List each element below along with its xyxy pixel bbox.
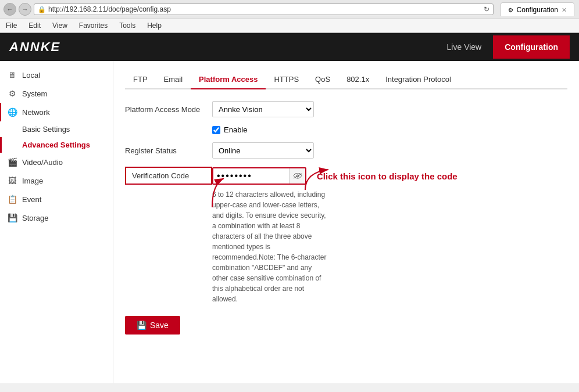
sidebar-label-network: Network — [22, 108, 50, 117]
verification-code-input[interactable] — [213, 168, 289, 184]
image-icon: 🖼 — [7, 176, 17, 185]
tab-favicon: ⚙ — [508, 7, 513, 13]
sidebar-label-system: System — [22, 89, 47, 98]
tab-bar-nav: FTP Email Platform Access HTTPS QoS 802.… — [125, 70, 567, 89]
save-label: Save — [150, 321, 169, 330]
register-status-row: Register Status Online Offline — [125, 142, 567, 159]
address-bar[interactable]: 🔒 http://192.168.2.11/doc/page/config.as… — [34, 3, 494, 15]
enable-label: Enable — [224, 125, 247, 134]
storage-icon: 💾 — [7, 213, 17, 222]
tab-platform-access[interactable]: Platform Access — [191, 70, 266, 89]
tab-qos[interactable]: QoS — [307, 70, 338, 89]
verification-code-control — [212, 167, 306, 185]
tab-close-button[interactable]: ✕ — [562, 6, 567, 14]
tab-ftp[interactable]: FTP — [125, 70, 156, 89]
menu-edit[interactable]: Edit — [26, 20, 43, 31]
enable-row: Enable — [212, 125, 567, 134]
sidebar-item-event[interactable]: 📋 Event — [0, 190, 113, 208]
menu-favorites[interactable]: Favorites — [77, 20, 110, 31]
enable-checkbox[interactable] — [212, 126, 220, 134]
refresh-icon[interactable]: ↻ — [484, 5, 489, 13]
app-header: ANNKE Live View Configuration — [0, 33, 579, 61]
lock-icon: 🔒 — [38, 6, 46, 13]
description-text: 6 to 12 characters allowed, including up… — [212, 189, 328, 304]
sidebar-label-event: Event — [22, 195, 41, 204]
tab-https[interactable]: HTTPS — [266, 70, 307, 89]
platform-access-mode-select[interactable]: Annke Vision ISAPI Hik-Connect — [212, 101, 314, 117]
sidebar-label-video-audio: Video/Audio — [22, 158, 63, 167]
sidebar-label-basic-settings: Basic Settings — [22, 125, 70, 134]
local-icon: 🖥 — [7, 70, 17, 80]
browser-chrome: ← → 🔒 http://192.168.2.11/doc/page/confi… — [0, 0, 579, 33]
click-annotation-text: Click this icon to display the code — [317, 171, 458, 181]
sidebar-label-storage: Storage — [22, 214, 49, 222]
system-icon: ⚙ — [7, 89, 17, 98]
nav-configuration[interactable]: Configuration — [493, 35, 570, 59]
url-text: http://192.168.2.11/doc/page/config.asp — [48, 5, 481, 13]
sidebar-item-storage[interactable]: 💾 Storage — [0, 208, 113, 227]
nav-live-view[interactable]: Live View — [435, 35, 494, 59]
password-field — [212, 167, 306, 185]
tab-integration-protocol[interactable]: Integration Protocol — [377, 70, 459, 89]
verification-code-label: Verification Code — [125, 167, 212, 185]
sidebar-item-system[interactable]: ⚙ System — [0, 84, 113, 103]
network-icon: 🌐 — [7, 107, 17, 117]
browser-titlebar: ← → 🔒 http://192.168.2.11/doc/page/confi… — [0, 0, 579, 19]
browser-menu-bar: File Edit View Favorites Tools Help — [0, 19, 579, 33]
sidebar-label-local: Local — [22, 71, 40, 80]
tab-8021x[interactable]: 802.1x — [338, 70, 377, 89]
menu-help[interactable]: Help — [145, 20, 164, 31]
register-status-label: Register Status — [125, 146, 212, 155]
sidebar-label-image: Image — [22, 177, 43, 185]
verification-code-label-wrapper: Verification Code — [125, 167, 212, 185]
sidebar-item-basic-settings[interactable]: Basic Settings — [0, 121, 113, 137]
event-icon: 📋 — [7, 195, 17, 204]
tab-bar: ⚙ Configuration ✕ — [501, 2, 576, 16]
tab-title: Configuration — [517, 6, 558, 14]
video-audio-icon: 🎬 — [7, 157, 17, 167]
show-password-button[interactable] — [289, 168, 305, 184]
sidebar-item-local[interactable]: 🖥 Local — [0, 66, 113, 84]
back-button[interactable]: ← — [3, 3, 16, 16]
menu-file[interactable]: File — [3, 20, 19, 31]
save-icon: 💾 — [137, 321, 146, 330]
sidebar-label-advanced-settings: Advanced Settings — [22, 141, 90, 149]
menu-view[interactable]: View — [50, 20, 70, 31]
save-button[interactable]: 💾 Save — [125, 316, 180, 335]
register-status-control: Online Offline — [212, 142, 314, 159]
sidebar-item-video-audio[interactable]: 🎬 Video/Audio — [0, 153, 113, 171]
menu-tools[interactable]: Tools — [117, 20, 138, 31]
sidebar-item-image[interactable]: 🖼 Image — [0, 171, 113, 190]
platform-access-mode-row: Platform Access Mode Annke Vision ISAPI … — [125, 101, 567, 117]
sidebar-item-advanced-settings[interactable]: Advanced Settings — [0, 137, 113, 153]
app-logo: ANNKE — [9, 39, 60, 55]
register-status-select[interactable]: Online Offline — [212, 142, 314, 159]
content-area: FTP Email Platform Access HTTPS QoS 802.… — [113, 61, 579, 383]
platform-access-mode-control: Annke Vision ISAPI Hik-Connect — [212, 101, 314, 117]
header-nav: Live View Configuration — [435, 35, 570, 59]
sidebar: 🖥 Local ⚙ System 🌐 Network Basic Setting… — [0, 61, 113, 383]
main-container: 🖥 Local ⚙ System 🌐 Network Basic Setting… — [0, 61, 579, 383]
platform-access-mode-label: Platform Access Mode — [125, 105, 212, 114]
sidebar-item-network[interactable]: 🌐 Network — [0, 103, 113, 121]
tab-email[interactable]: Email — [156, 70, 191, 89]
forward-button[interactable]: → — [19, 3, 31, 16]
browser-tab[interactable]: ⚙ Configuration ✕ — [501, 2, 574, 16]
